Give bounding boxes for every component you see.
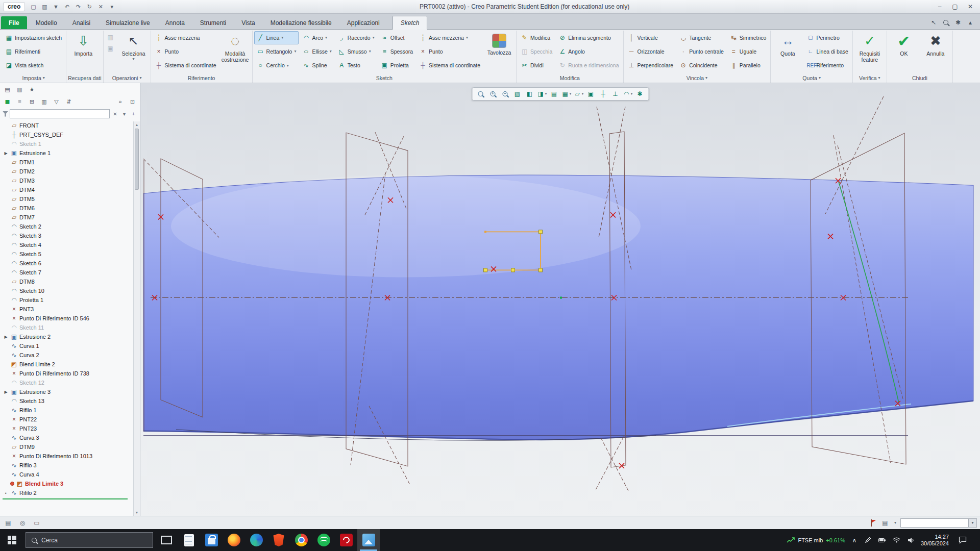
angolo-button[interactable]: ∠Angolo <box>556 45 621 58</box>
datum-display-button[interactable]: ▱▾ <box>573 89 584 99</box>
clock[interactable]: 14:27 30/05/2024 <box>921 534 949 547</box>
taskbar-app-brave[interactable] <box>267 529 290 551</box>
importa-button[interactable]: ⇩Importa <box>68 31 99 72</box>
tree-item-sketch-5[interactable]: ◠Sketch 5 <box>2 249 133 259</box>
seleziona-button[interactable]: ↖Seleziona▾ <box>118 31 149 72</box>
tab-modellazione-flessibile[interactable]: Modellazione flessibile <box>263 16 339 29</box>
taskbar-app-photos[interactable] <box>357 529 380 551</box>
tree-item-rifilo-1[interactable]: ∿Rifilo 1 <box>2 406 133 415</box>
proietta-button[interactable]: ▣Proietta <box>378 59 415 72</box>
requisiti-feature-button[interactable]: ✓Requisiti feature <box>854 31 885 72</box>
tree-item-dtm9[interactable]: ▱DTM9 <box>2 442 133 452</box>
repaint-button[interactable]: ▧ <box>511 89 523 99</box>
filter-add-button[interactable]: + <box>130 110 137 118</box>
qa-open-file-button[interactable]: ▥ <box>39 2 50 12</box>
tree-item-sketch-7[interactable]: ◠Sketch 7 <box>2 268 133 277</box>
tavolozza-button[interactable]: Tavolozza <box>484 31 514 72</box>
notification-flag-icon[interactable] <box>870 519 876 527</box>
printer-icon[interactable]: ▤ <box>880 518 890 528</box>
tab-vista[interactable]: Vista <box>234 16 262 29</box>
taskbar-app-acrobat[interactable] <box>335 529 357 551</box>
tree-item-dtm6[interactable]: ▱DTM6 <box>2 204 133 213</box>
web-icon[interactable]: ◎ <box>17 518 28 528</box>
tab-simulazione-live[interactable]: Simulazione live <box>98 16 158 29</box>
tree-filter-input[interactable] <box>10 109 110 118</box>
sketch-vertex[interactable] <box>484 231 486 233</box>
expand-arrow-icon[interactable]: ▶ <box>3 390 9 394</box>
green-reference-point[interactable] <box>560 296 562 298</box>
tree-item-curva-2[interactable]: ∿Curva 2 <box>2 350 133 360</box>
tree-filter-button[interactable]: ▽ <box>51 97 62 107</box>
punto-centrale-button[interactable]: ∙Punto centrale <box>677 45 726 58</box>
sistema-di-coordinate-button[interactable]: ┼Sistema di coordinate <box>416 59 483 72</box>
qa-save-button[interactable]: ▼ <box>51 2 61 12</box>
tree-item-sketch-12[interactable]: ◠Sketch 12 <box>2 378 133 387</box>
combo-dropdown-icon[interactable]: ▾ <box>968 519 976 527</box>
taskbar-app-firefox[interactable] <box>223 529 245 551</box>
tangente-button[interactable]: ◡Tangente <box>677 31 726 44</box>
doc-info-icon[interactable]: ▤ <box>3 518 13 528</box>
annulla-button[interactable]: ✖Annulla <box>920 31 951 72</box>
offset-button[interactable]: ≈Offset <box>378 31 415 44</box>
graphics-area[interactable]: ▧◧◨▾▤▦▾▱▾▣┼⊥◠▾✱ <box>140 83 980 516</box>
ribbon-group-label-quota[interactable]: Quota▾ <box>772 73 850 83</box>
realism-button[interactable]: ◧ <box>524 89 535 99</box>
tree-item-blend-limite-3[interactable]: ◩Blend Limite 3 <box>2 479 133 488</box>
tree-item-rifilo-3[interactable]: ∿Rifilo 3 <box>2 461 133 470</box>
sistema-di-coordinate-button[interactable]: ┼Sistema di coordinate <box>153 59 219 72</box>
filter-options-button[interactable]: ▾ <box>120 110 128 118</box>
perspective-button[interactable]: ▤ <box>548 89 560 99</box>
sketch-vertex-handle[interactable] <box>539 268 543 272</box>
vista-sketch-button[interactable]: ◪Vista sketch <box>3 59 64 72</box>
riferimento-button[interactable]: REFRiferimento <box>804 59 850 72</box>
maximize-button[interactable]: ▢ <box>947 2 963 12</box>
tree-item-sketch-6[interactable]: ◠Sketch 6 <box>2 259 133 268</box>
tree-item-prt-csys-def[interactable]: ┼PRT_CSYS_DEF <box>2 130 133 139</box>
network-icon[interactable] <box>892 536 901 545</box>
expand-arrow-icon[interactable]: ▶ <box>3 151 9 156</box>
sketch-vertex-handle[interactable] <box>539 230 543 234</box>
raccordo-button[interactable]: ◞Raccordo▾ <box>335 31 377 44</box>
tab-modello[interactable]: Modello <box>28 16 65 29</box>
taskbar-app-task-view[interactable] <box>155 529 178 551</box>
tab-sketch[interactable]: Sketch <box>393 16 428 30</box>
zoom-in-button[interactable] <box>487 89 499 99</box>
tree-item-dtm2[interactable]: ▱DTM2 <box>2 167 133 176</box>
ribbon-group-label-vincola[interactable]: Vincola▾ <box>625 73 769 83</box>
list-collapse-button[interactable]: ≡ <box>14 97 25 107</box>
qa-customize-button[interactable]: ▾ <box>107 2 117 12</box>
tree-item-front[interactable]: ▱FRONT <box>2 121 133 130</box>
perpendicolare-button[interactable]: ⊥Perpendicolare <box>625 59 676 72</box>
taskbar-app-chrome[interactable] <box>290 529 312 551</box>
taskbar-app-edge[interactable] <box>245 529 267 551</box>
impostazioni-sketch-button[interactable]: ▦Impostazioni sketch <box>3 31 64 44</box>
linea-di-base-button[interactable]: ∟Linea di base <box>804 45 850 58</box>
zoom-out-button[interactable] <box>499 89 511 99</box>
tree-item-punto-di-riferimento-id-546[interactable]: ×Punto Di Riferimento ID 546 <box>2 314 133 323</box>
coincidente-button[interactable]: ⊙Coincidente <box>677 59 726 72</box>
overflow-button[interactable]: » <box>115 97 126 107</box>
blank-page-icon[interactable]: ▭ <box>32 518 42 528</box>
tree-item-dtm4[interactable]: ▱DTM4 <box>2 185 133 194</box>
tab-file[interactable]: File <box>1 16 27 29</box>
list-expand-button[interactable]: ⊞ <box>27 97 37 107</box>
punto-button[interactable]: ×Punto <box>416 45 483 58</box>
tree-item-dtm5[interactable]: ▱DTM5 <box>2 194 133 204</box>
graphics-canvas[interactable] <box>140 83 980 516</box>
tree-item-proietta-1[interactable]: ◠Proietta 1 <box>2 295 133 305</box>
start-button[interactable] <box>0 529 23 551</box>
volume-icon[interactable] <box>906 536 916 545</box>
saved-views-button[interactable]: ▦▾ <box>560 89 572 99</box>
qa-regenerate-button[interactable]: ↻ <box>84 2 94 12</box>
tray-expand-icon[interactable]: ∧ <box>850 537 859 544</box>
annotation-display-button[interactable]: ▣ <box>585 89 597 99</box>
cerchio-button[interactable]: ○Cerchio▾ <box>254 59 299 72</box>
testo-button[interactable]: ATesto <box>335 59 377 72</box>
ribbon-group-label-operazioni[interactable]: Operazioni▾ <box>105 73 149 83</box>
asse-mezzeria-button[interactable]: ┆Asse mezzeria <box>153 31 219 44</box>
detach-button[interactable]: ⊡ <box>127 97 138 107</box>
search-button[interactable] <box>941 18 950 27</box>
close-button[interactable]: ✕ <box>963 2 978 12</box>
tree-item-curva-3[interactable]: ∿Curva 3 <box>2 433 133 442</box>
favorites-button[interactable]: ★ <box>27 85 37 94</box>
